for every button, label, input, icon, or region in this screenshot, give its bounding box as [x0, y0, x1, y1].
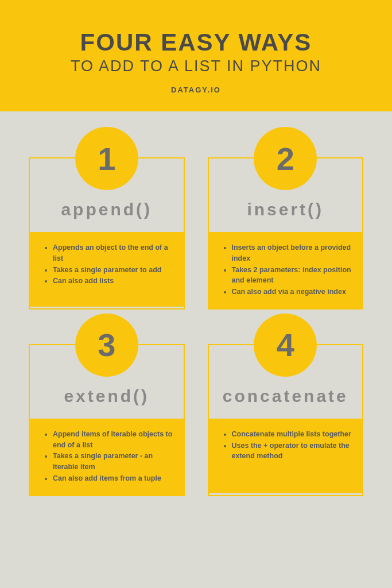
bullet: Can also add lists [53, 276, 173, 287]
card-extend: 3 extend() Append items of iterable obje… [29, 344, 185, 496]
bullet: Uses the + operator to emulate the exten… [232, 440, 352, 462]
step-number: 3 [75, 314, 138, 377]
page-subtitle: TO ADD TO A LIST IN PYTHON [11, 57, 381, 75]
page-title: FOUR EASY WAYS [11, 29, 381, 56]
cards-grid: 1 append() Appends an object to the end … [0, 111, 392, 519]
step-number: 2 [254, 127, 317, 190]
method-description: Concatenate multiple lists together Uses… [209, 419, 363, 493]
bullet: Can also add items from a tuple [53, 473, 173, 484]
card-concatenate: 4 concatenate Concatenate multiple lists… [208, 344, 364, 496]
card-insert: 2 insert() Inserts an object before a pr… [208, 157, 364, 310]
bullet: Takes a single parameter - an iterable i… [53, 451, 173, 473]
bullet: Concatenate multiple lists together [232, 429, 352, 440]
step-number: 4 [254, 314, 317, 377]
bullet: Can also add via a negative index [232, 287, 352, 297]
bullet: Appends an object to the end of a list [53, 242, 173, 264]
bullet: Takes 2 parameters: index position and e… [232, 265, 352, 287]
bullet: Inserts an object before a provided inde… [232, 242, 352, 264]
step-number: 1 [75, 127, 138, 190]
bullet: Append items of iterable objects to end … [53, 429, 173, 451]
card-append: 1 append() Appends an object to the end … [29, 157, 185, 310]
method-description: Append items of iterable objects to end … [30, 419, 184, 495]
bullet: Takes a single parameter to add [53, 265, 173, 276]
method-description: Appends an object to the end of a list T… [30, 232, 184, 307]
method-description: Inserts an object before a provided inde… [209, 232, 363, 308]
site-label: DATAGY.IO [11, 86, 381, 94]
header-banner: FOUR EASY WAYS TO ADD TO A LIST IN PYTHO… [0, 0, 392, 111]
